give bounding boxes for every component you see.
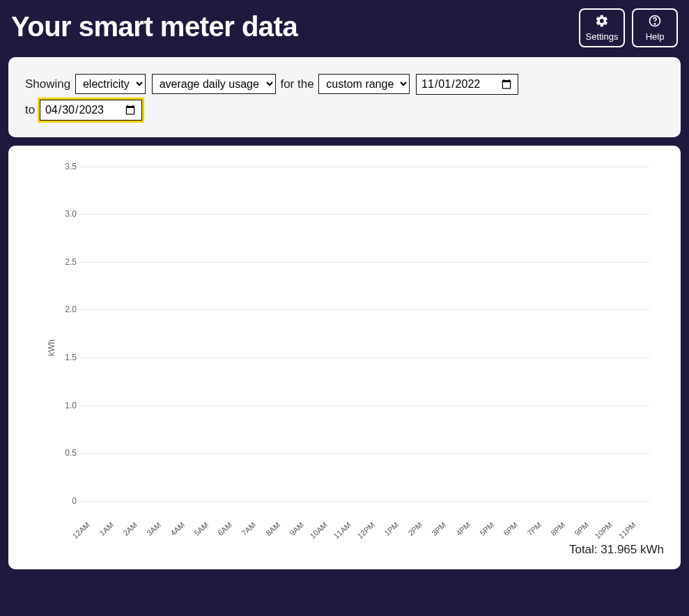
x-tick: 10PM	[594, 521, 614, 540]
bar-chart: 00.51.01.52.02.53.03.512AM1AM2AM3AM4AM5A…	[79, 167, 650, 501]
x-tick: 8AM	[264, 521, 281, 537]
x-tick: 3PM	[431, 521, 448, 537]
y-tick: 0	[56, 496, 77, 506]
x-tick: 9PM	[573, 521, 590, 537]
fuel-select[interactable]: electricity	[75, 74, 146, 94]
x-tick: 5PM	[478, 521, 495, 537]
metric-select[interactable]: average daily usage	[152, 74, 276, 94]
y-tick: 3.5	[56, 162, 77, 171]
controls-panel: Showing electricity average daily usage …	[8, 57, 681, 137]
from-date-input[interactable]	[416, 74, 518, 95]
for-the-label: for the	[280, 77, 313, 91]
grid-line	[79, 501, 650, 502]
x-tick: 9AM	[288, 521, 305, 537]
x-tick: 6PM	[502, 521, 519, 537]
x-tick: 2PM	[406, 521, 424, 537]
y-tick: 2.0	[56, 305, 77, 314]
x-tick: 11PM	[617, 521, 637, 540]
x-tick: 5AM	[192, 521, 210, 537]
x-tick: 4AM	[169, 521, 186, 537]
x-tick: 1PM	[382, 521, 400, 537]
to-label: to	[25, 103, 35, 116]
x-tick: 7PM	[525, 521, 543, 537]
help-label: Help	[646, 31, 665, 42]
x-tick: 4PM	[454, 521, 472, 537]
showing-label: Showing	[25, 77, 70, 91]
range-select[interactable]: custom range	[318, 74, 410, 94]
x-tick: 10AM	[308, 521, 328, 540]
y-tick: 1.5	[56, 353, 77, 362]
x-tick: 1AM	[98, 521, 115, 537]
y-tick: 0.5	[56, 448, 77, 458]
gear-icon	[595, 14, 609, 30]
y-tick: 1.0	[56, 401, 77, 410]
x-tick: 8PM	[549, 521, 566, 537]
y-tick: 3.0	[56, 209, 77, 219]
x-tick: 11AM	[332, 521, 353, 540]
x-tick: 2AM	[121, 521, 139, 537]
x-tick: 7AM	[240, 521, 258, 537]
total-line: Total: 31.965 kWh	[25, 543, 664, 557]
x-tick: 6AM	[216, 521, 233, 537]
x-tick: 3AM	[145, 521, 162, 537]
to-date-input[interactable]	[40, 100, 142, 121]
svg-point-1	[654, 24, 655, 24]
help-icon	[648, 14, 662, 30]
y-tick: 2.5	[56, 257, 77, 267]
page-title: Your smart meter data	[11, 11, 297, 43]
x-tick: 12PM	[356, 521, 376, 540]
settings-button[interactable]: Settings	[579, 8, 625, 47]
chart-panel: kWh 00.51.01.52.02.53.03.512AM1AM2AM3AM4…	[8, 146, 681, 569]
y-axis-label: kWh	[47, 339, 56, 356]
x-tick: 12AM	[70, 521, 91, 540]
settings-label: Settings	[586, 31, 619, 42]
help-button[interactable]: Help	[632, 8, 678, 47]
